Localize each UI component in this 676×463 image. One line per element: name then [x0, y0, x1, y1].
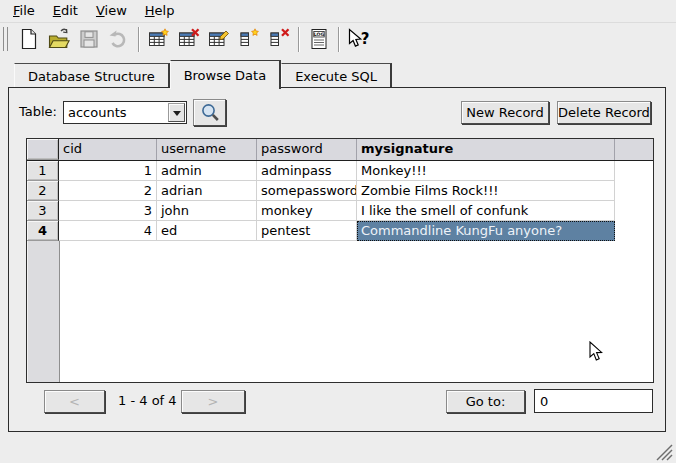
menu-help[interactable]: Help — [136, 1, 184, 21]
delete-table-button[interactable] — [175, 25, 203, 53]
tab-execute-sql[interactable]: Execute SQL — [281, 63, 392, 87]
delete-index-icon — [268, 28, 290, 50]
save-database-icon — [78, 28, 100, 50]
table-select[interactable]: accounts — [63, 101, 187, 124]
resize-grip[interactable] — [655, 444, 673, 461]
cell-mysignature[interactable]: Zombie Films Rock!!! — [357, 181, 615, 201]
modify-table-icon — [208, 28, 230, 50]
toolbar-separator — [338, 27, 340, 52]
search-button[interactable] — [193, 99, 226, 126]
create-index-icon — [238, 28, 260, 50]
open-database-icon — [48, 28, 70, 50]
table-row: 2 2 adrian somepassword Zombie Films Roc… — [27, 181, 653, 201]
chevron-down-icon — [173, 111, 181, 120]
table-row-selected: 4 4 ed pentest Commandline KungFu anyone… — [27, 221, 653, 241]
svg-text:LOG: LOG — [314, 32, 325, 37]
whats-this-button[interactable]: ? — [345, 25, 373, 53]
cell-username[interactable]: john — [157, 201, 257, 221]
toolbar-separator — [298, 27, 300, 52]
tab-bar: Database Structure Browse Data Execute S… — [14, 61, 392, 88]
cell-mysignature-selected[interactable]: Commandline KungFu anyone? — [357, 221, 615, 241]
delete-index-button[interactable] — [265, 25, 293, 53]
cell-username[interactable]: admin — [157, 161, 257, 181]
cell-mysignature[interactable]: I like the smell of confunk — [357, 201, 615, 221]
column-header-username[interactable]: username — [157, 139, 257, 160]
log-icon: LOG — [308, 28, 330, 50]
column-header-mysignature[interactable]: mysignature — [357, 139, 615, 160]
new-record-button[interactable]: New Record — [461, 101, 549, 124]
delete-record-button[interactable]: Delete Record — [557, 101, 651, 124]
cell-mysignature[interactable]: Monkey!!! — [357, 161, 615, 181]
cell-password[interactable]: monkey — [257, 201, 357, 221]
search-icon — [199, 102, 221, 124]
delete-table-icon — [178, 28, 200, 50]
goto-button[interactable]: Go to: — [446, 390, 525, 413]
column-header-cid[interactable]: cid — [59, 139, 157, 160]
grid-header-filler — [615, 139, 653, 160]
new-database-icon — [18, 28, 40, 50]
row-number-strip — [27, 241, 60, 382]
create-index-button[interactable] — [235, 25, 263, 53]
cell-cid[interactable]: 2 — [59, 181, 157, 201]
table-select-value: accounts — [64, 105, 168, 120]
cell-password[interactable]: somepassword — [257, 181, 357, 201]
menu-bar: File Edit View Help — [0, 0, 676, 22]
toolbar-separator — [138, 27, 140, 52]
grid-empty-area — [27, 241, 653, 382]
tab-database-structure[interactable]: Database Structure — [14, 63, 170, 87]
revert-changes-button[interactable] — [105, 25, 133, 53]
cell-username[interactable]: adrian — [157, 181, 257, 201]
mouse-cursor — [589, 341, 603, 362]
cell-username[interactable]: ed — [157, 221, 257, 241]
menu-file[interactable]: File — [4, 1, 44, 21]
toolbar-drag-handle[interactable] — [3, 27, 8, 51]
save-database-button[interactable] — [75, 25, 103, 53]
row-number[interactable]: 4 — [27, 221, 59, 241]
cell-cid[interactable]: 1 — [59, 161, 157, 181]
log-button[interactable]: LOG — [305, 25, 333, 53]
row-number[interactable]: 1 — [27, 161, 59, 181]
menu-view[interactable]: View — [87, 1, 136, 21]
menu-edit[interactable]: Edit — [44, 1, 87, 21]
cell-password[interactable]: pentest — [257, 221, 357, 241]
table-row: 1 1 admin adminpass Monkey!!! — [27, 161, 653, 181]
modify-table-button[interactable] — [205, 25, 233, 53]
browse-data-panel: Table: accounts New Record Delete Record… — [8, 87, 666, 432]
row-number-header — [27, 139, 59, 160]
grid-header-row: cid username password mysignature — [27, 139, 653, 161]
create-table-icon — [148, 28, 170, 50]
record-range-label: 1 - 4 of 4 — [118, 393, 177, 408]
toolbar: LOG ? — [0, 22, 676, 55]
goto-record-input[interactable] — [534, 389, 653, 413]
row-filler — [615, 161, 653, 181]
row-filler — [615, 201, 653, 221]
row-filler — [615, 221, 653, 241]
revert-changes-icon — [108, 28, 130, 50]
svg-text:?: ? — [361, 30, 370, 48]
cell-password[interactable]: adminpass — [257, 161, 357, 181]
new-database-button[interactable] — [15, 25, 43, 53]
row-number[interactable]: 3 — [27, 201, 59, 221]
row-filler — [615, 181, 653, 201]
next-records-button[interactable]: > — [181, 390, 245, 413]
previous-records-button[interactable]: < — [44, 390, 105, 413]
whats-this-icon: ? — [347, 28, 371, 50]
create-table-button[interactable] — [145, 25, 173, 53]
tab-browse-data[interactable]: Browse Data — [170, 60, 282, 89]
column-header-password[interactable]: password — [257, 139, 357, 160]
db-browser-window: File Edit View Help — [0, 0, 676, 463]
data-grid: cid username password mysignature 1 1 ad… — [26, 138, 654, 383]
table-row: 3 3 john monkey I like the smell of conf… — [27, 201, 653, 221]
open-database-button[interactable] — [45, 25, 73, 53]
table-label: Table: — [19, 104, 57, 119]
cell-cid[interactable]: 3 — [59, 201, 157, 221]
cell-cid[interactable]: 4 — [59, 221, 157, 241]
table-select-dropdown-button[interactable] — [168, 103, 185, 122]
row-number[interactable]: 2 — [27, 181, 59, 201]
